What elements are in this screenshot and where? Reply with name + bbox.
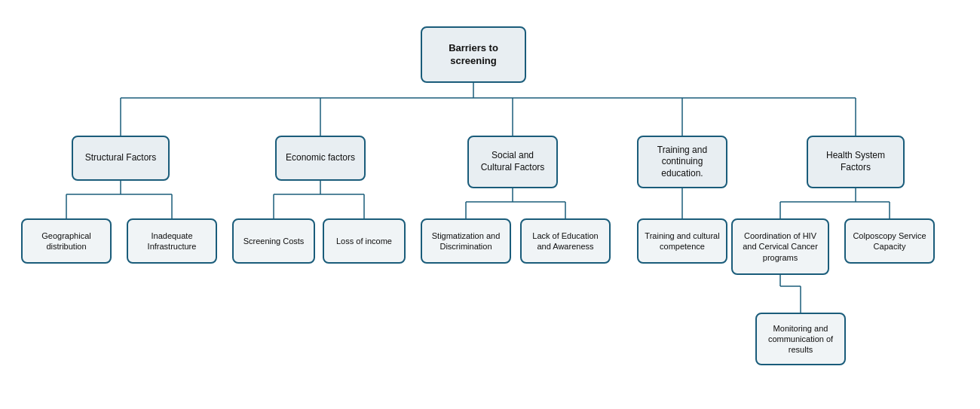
node-geo: Geographical distribution [21, 218, 112, 264]
node-hiv: Coordination of HIV and Cervical Cancer … [731, 218, 829, 275]
node-screening: Screening Costs [232, 218, 315, 264]
node-monitor: Monitoring and communication of results [755, 313, 846, 365]
node-education: Lack of Education and Awareness [520, 218, 611, 264]
node-stigma: Stigmatization and Discrimination [421, 218, 511, 264]
node-infra: Inadequate Infrastructure [127, 218, 217, 264]
tree-container: Barriers to screening Structural Factors… [0, 0, 980, 409]
node-health: Health System Factors [807, 136, 905, 188]
node-training: Training and continuing education. [637, 136, 727, 188]
node-economic: Economic factors [275, 136, 366, 181]
node-social: Social and Cultural Factors [467, 136, 558, 188]
node-colpo: Colposcopy Service Capacity [844, 218, 935, 264]
node-cultural: Training and cultural competence [637, 218, 727, 264]
node-income: Loss of income [323, 218, 406, 264]
node-structural: Structural Factors [72, 136, 170, 181]
node-root: Barriers to screening [421, 26, 526, 83]
